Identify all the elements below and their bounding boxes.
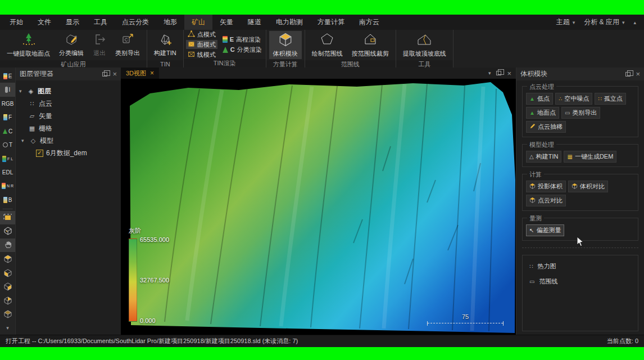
menu-item-tools[interactable]: 工具: [87, 15, 115, 30]
class-export-button[interactable]: ▭类别导出: [561, 107, 600, 119]
view-3d-canvas[interactable]: 灰阶 65535.000 32767.500 0.000 75: [121, 79, 516, 335]
pointcloud-icon: ∷: [28, 100, 36, 107]
view-front-button[interactable]: [0, 266, 15, 280]
export-icon: [121, 33, 134, 47]
menu-item-display[interactable]: 显示: [58, 15, 87, 30]
return-number-render-mode-button[interactable]: N R: [0, 179, 15, 193]
view-left-button[interactable]: [0, 280, 15, 293]
deviation-measure-button[interactable]: ↖偏差测量: [526, 224, 564, 236]
view-top-button[interactable]: [0, 252, 15, 266]
projected-volume-button[interactable]: 投影体积: [526, 181, 566, 192]
class-render-mode-button[interactable]: C: [0, 124, 15, 138]
class-render-button[interactable]: C 分类渲染: [221, 45, 264, 54]
clip-by-boundary-button[interactable]: 按范围线裁剪: [348, 31, 393, 59]
icon-letter: E: [230, 36, 234, 43]
elevation-render-button[interactable]: E 高程渲染: [221, 35, 264, 44]
tab-3d-view[interactable]: 3D视图 ×: [121, 68, 159, 79]
scale-bar: 75: [427, 313, 504, 326]
time-render-mode-button[interactable]: T: [0, 138, 15, 151]
menu-item-pointcloud-classify[interactable]: 点云分类: [115, 15, 156, 30]
close-view-icon[interactable]: ×: [507, 70, 511, 77]
thin-pointcloud-button[interactable]: 点云抽稀: [526, 121, 566, 133]
theme-label: 主题: [556, 17, 570, 27]
point-mode-button[interactable]: 点模式: [186, 30, 217, 39]
flag-render-mode-button[interactable]: F: [0, 110, 15, 124]
chevron-down-icon[interactable]: ▾: [21, 138, 26, 143]
line-mode-button[interactable]: 线模式: [186, 50, 217, 59]
cube-icon: [529, 183, 536, 190]
tab-list-dropdown-icon[interactable]: ▾: [488, 70, 491, 76]
toolbar-overflow-chevron[interactable]: ▾: [0, 321, 15, 334]
air-noise-button[interactable]: ∴空中噪点: [555, 93, 592, 105]
slice-tool-button[interactable]: [0, 224, 15, 238]
box-select-button[interactable]: [0, 211, 15, 224]
blend-render-mode-button[interactable]: B: [0, 193, 15, 206]
menu-item-tunnel[interactable]: 隧道: [241, 15, 269, 30]
menu-item-power-survey[interactable]: 电力勘测: [269, 15, 310, 30]
classify-edit-button[interactable]: 分类编辑: [55, 31, 88, 59]
volume-compare-button[interactable]: 体积对比: [568, 181, 608, 192]
layer-manager-header: 图层管理器 ×: [16, 68, 121, 80]
tree-node-dem-layer[interactable]: ✓ 6月数据_dem: [19, 147, 117, 159]
ribbon-group-volume-calc: 体积模块 方量计算: [266, 30, 305, 68]
float-panel-icon[interactable]: [102, 72, 107, 76]
menu-item-start[interactable]: 开始: [2, 15, 30, 30]
view-iso-button[interactable]: [0, 307, 15, 321]
point-count-status: 当前点数: 0: [607, 337, 638, 345]
button-label: 点云对比: [538, 196, 563, 205]
menu-item-mine[interactable]: 矿山: [184, 15, 212, 30]
heatmap-list-item[interactable]: ∷ 热力图: [529, 262, 631, 271]
analysis-app-dropdown[interactable]: 分析 & 应用 ▾: [584, 17, 624, 27]
line-mode-icon: [188, 51, 195, 59]
collapse-ribbon-icon[interactable]: ▴: [633, 20, 636, 25]
pointcloud-compare-button[interactable]: 点云对比: [526, 195, 566, 206]
close-panel-icon[interactable]: ×: [636, 70, 640, 78]
pan-tool-button[interactable]: [0, 238, 15, 252]
volume-module-button[interactable]: 体积模块: [269, 31, 302, 59]
elevation-render-mode-button[interactable]: E: [0, 69, 15, 83]
draw-boundary-button[interactable]: 绘制范围线: [308, 31, 347, 59]
intensity-render-mode-button[interactable]: I: [0, 83, 15, 96]
menu-item-terrain[interactable]: 地形: [156, 15, 184, 30]
dem-grid-icon: ▦: [567, 154, 572, 160]
menu-item-south-cloud[interactable]: 南方云: [352, 15, 387, 30]
build-tin-button[interactable]: 构建TIN: [150, 31, 180, 59]
float-view-icon[interactable]: [496, 71, 501, 75]
theme-dropdown[interactable]: 主题 ▾: [556, 17, 575, 27]
rgb-render-mode-button[interactable]: RGB: [0, 97, 15, 110]
button-label: 绘制范围线: [312, 50, 343, 58]
legend-min-value: 0.000: [140, 317, 169, 324]
extract-ground-points-button[interactable]: 一键提取地面点: [3, 31, 54, 59]
extract-slope-lines-button[interactable]: 提取坡顶坡底线: [399, 31, 450, 59]
edl-render-mode-button[interactable]: EDL: [0, 165, 15, 179]
checkbox-checked[interactable]: ✓: [36, 150, 43, 157]
flightline-render-mode-button[interactable]: F L: [0, 152, 15, 165]
view-right-button[interactable]: [0, 294, 15, 307]
pencil-icon: [529, 123, 536, 130]
tree-node-pointcloud[interactable]: ∷ 点云: [19, 97, 117, 110]
generate-dem-button[interactable]: ▦一键生成DEM: [564, 151, 616, 163]
ribbon-group-tools: 提取坡顶坡底线 工具: [396, 30, 453, 68]
close-tab-icon[interactable]: ×: [150, 69, 154, 77]
section-title: 计算: [527, 170, 544, 179]
float-panel-icon[interactable]: [625, 72, 631, 76]
status-bar: 打开工程 -- C:/Users/16933/Documents/SouthLi…: [0, 335, 644, 347]
isolated-point-button[interactable]: ∷孤立点: [595, 93, 625, 105]
tree-node-model[interactable]: ▾ ◇ 模型: [19, 134, 117, 147]
close-panel-icon[interactable]: ×: [112, 70, 117, 78]
tree-node-raster[interactable]: ▦ 栅格: [19, 122, 117, 134]
tree-node-vector[interactable]: ▱ 矢量: [19, 110, 117, 122]
mode-label: EDL: [2, 169, 13, 176]
tree-node-layers[interactable]: ▾ ◈ 图层: [19, 85, 117, 97]
build-tin-button[interactable]: △构建TIN: [526, 151, 561, 163]
class-export-button[interactable]: 类别导出: [111, 31, 144, 59]
menu-item-file[interactable]: 文件: [30, 15, 58, 30]
chevron-down-icon[interactable]: ▾: [19, 88, 24, 94]
face-mode-button[interactable]: 面模式: [186, 40, 217, 49]
menu-item-volume-calc[interactable]: 方量计算: [310, 15, 352, 30]
boundary-line-list-item[interactable]: ▭ 范围线: [529, 277, 631, 286]
low-point-button[interactable]: ▲低点: [526, 93, 553, 105]
ground-point-button[interactable]: ▲地面点: [526, 107, 559, 119]
menu-item-vector[interactable]: 矢量: [212, 15, 241, 30]
render-mode-toolbar: E I RGB F C T F L EDL N R B ▾: [0, 68, 15, 335]
